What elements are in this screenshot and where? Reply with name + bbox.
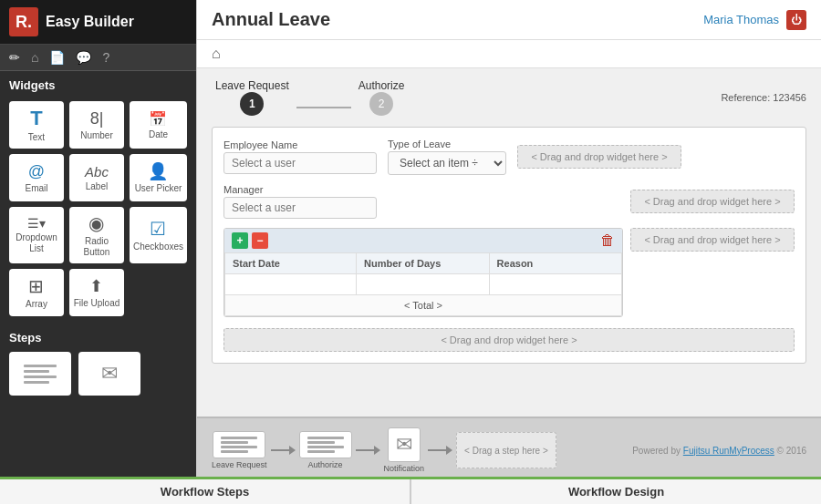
- arrow-head-3: [446, 446, 452, 455]
- widget-dropdown[interactable]: ☰▾ Dropdown List: [9, 207, 64, 263]
- table-cell-days[interactable]: [356, 274, 489, 295]
- wf-line-2: [221, 441, 248, 444]
- power-icon: ⏻: [791, 14, 802, 26]
- table-delete-icon[interactable]: 🗑: [600, 232, 615, 249]
- date-widget-icon: 📅: [149, 110, 167, 128]
- steps-section-title: Steps: [9, 327, 187, 348]
- num-days-input[interactable]: [364, 279, 482, 290]
- arrow-line-1: [271, 449, 289, 451]
- widget-checkboxes[interactable]: ☑ Checkboxes: [130, 207, 187, 263]
- bottom-labels: Workflow Steps Workflow Design: [0, 477, 821, 504]
- form-row-2: Manager < Drag and drop widget here >: [223, 184, 795, 219]
- reason-input[interactable]: [497, 279, 614, 290]
- step-line-2: [24, 370, 49, 373]
- drag-drop-3: < Drag and drop widget here >: [630, 228, 795, 252]
- step-connector-line: [296, 107, 351, 108]
- home-nav-icon[interactable]: ⌂: [31, 50, 38, 65]
- step-line-1: [24, 365, 57, 367]
- content-header: Annual Leave Maria Thomas ⏻: [197, 0, 821, 40]
- widget-label[interactable]: Abc Label: [69, 154, 124, 201]
- form-step-thumb: [17, 359, 63, 388]
- right-drag-drops: < Drag and drop widget here >: [630, 228, 795, 252]
- wf-line-1: [221, 437, 257, 439]
- workflow-steps-left: Leave Request 1 Authorize 2: [212, 79, 408, 116]
- type-of-leave-field: Type of Leave Select an item ÷: [388, 139, 506, 175]
- drag-drop-2: < Drag and drop widget here >: [630, 190, 795, 213]
- form-step-lines: [24, 365, 57, 384]
- drag-step-placeholder: < Drag a step here >: [456, 432, 556, 468]
- workflow-steps-bar: Leave Request 1 Authorize 2 Reference: 1…: [212, 79, 806, 116]
- table-total: < Total >: [224, 295, 622, 316]
- table-row: [225, 274, 622, 295]
- notification-step-thumb: ✉: [87, 359, 132, 388]
- col-number-days: Number of Days: [356, 253, 489, 274]
- table-actions: + −: [232, 232, 268, 249]
- widget-date[interactable]: 📅 Date: [130, 101, 187, 149]
- type-of-leave-select[interactable]: Select an item ÷: [388, 151, 506, 175]
- start-date-input[interactable]: [233, 279, 348, 290]
- col-reason: Reason: [489, 253, 621, 274]
- table-container: + − 🗑 Start Date Number: [223, 228, 623, 324]
- table-cell-reason[interactable]: [489, 274, 621, 295]
- form-row-1: Employee Name Type of Leave Select an it…: [223, 139, 795, 175]
- widget-file-upload[interactable]: ⬆ File Upload: [69, 269, 124, 316]
- table-remove-button[interactable]: −: [252, 232, 268, 249]
- app-logo: R.: [9, 7, 38, 36]
- pencil-nav-icon[interactable]: ✏: [9, 50, 20, 65]
- sidebar-nav: ✏ ⌂ 📄 💬 ?: [0, 45, 196, 71]
- wf-step-lines-leave: [221, 437, 257, 453]
- widget-text[interactable]: T Text: [9, 101, 64, 149]
- page-title: Annual Leave: [212, 9, 330, 30]
- wf-label-notification: Notification: [384, 464, 425, 473]
- steps-section: Steps: [0, 322, 196, 405]
- manager-field: Manager: [223, 184, 377, 219]
- home-breadcrumb-icon[interactable]: ⌂: [212, 46, 221, 62]
- content-toolbar: ⌂: [197, 40, 821, 68]
- widget-array[interactable]: ⊞ Array: [9, 269, 64, 316]
- wf-node-notification: ✉ Notification: [384, 427, 425, 473]
- footer-text: Powered by: [632, 446, 683, 456]
- dropdown-widget-icon: ☰▾: [27, 216, 46, 231]
- power-button[interactable]: ⏻: [786, 10, 806, 30]
- notification-step-item[interactable]: ✉: [78, 352, 140, 396]
- widget-radio[interactable]: ◉ Radio Button: [69, 207, 124, 263]
- manager-input[interactable]: [223, 197, 377, 219]
- form-step-item[interactable]: [9, 352, 71, 396]
- sidebar: R. Easy Builder ✏ ⌂ 📄 💬 ? Widgets T Text: [0, 0, 196, 477]
- drag-drop-bottom: < Drag and drop widget here >: [223, 328, 795, 352]
- wf-node-box-authorize[interactable]: [299, 431, 352, 458]
- widgets-section-title: Widgets: [0, 71, 196, 96]
- file-nav-icon[interactable]: 📄: [49, 50, 65, 65]
- widget-number[interactable]: 8| Number: [69, 101, 124, 149]
- step2-label: Authorize: [359, 79, 405, 92]
- help-nav-icon[interactable]: ?: [102, 50, 109, 65]
- table-add-button[interactable]: +: [232, 232, 248, 249]
- checkboxes-widget-icon: ☑: [150, 218, 166, 240]
- user-picker-widget-label: User Picker: [135, 183, 182, 194]
- footer-link[interactable]: Fujitsu RunMyProcess: [683, 446, 774, 456]
- wf-line-a3: [307, 446, 344, 448]
- widget-email[interactable]: @ Email: [9, 154, 64, 201]
- wf-node-box-leave[interactable]: [213, 431, 265, 458]
- widget-user-picker[interactable]: 👤 User Picker: [130, 154, 187, 201]
- widgets-grid: T Text 8| Number 📅 Date @ Email: [0, 96, 196, 322]
- wf-node-leave-request: Leave Request: [212, 431, 267, 469]
- radio-widget-label: Radio Button: [73, 236, 120, 258]
- sidebar-header: R. Easy Builder: [0, 0, 196, 45]
- data-table: Start Date Number of Days Reason: [224, 252, 622, 295]
- chat-nav-icon[interactable]: 💬: [76, 50, 91, 65]
- steps-grid: ✉: [9, 348, 187, 399]
- number-widget-label: Number: [80, 130, 113, 141]
- arrow-line-2: [356, 449, 374, 451]
- table-cell-start-date[interactable]: [225, 274, 357, 295]
- arrow-head-1: [289, 446, 296, 455]
- wf-node-box-notification[interactable]: ✉: [388, 427, 421, 462]
- step2-circle: 2: [369, 92, 393, 116]
- envelope-icon: ✉: [101, 362, 118, 386]
- dropdown-widget-label: Dropdown List: [13, 232, 60, 254]
- email-widget-icon: @: [28, 162, 45, 181]
- content-body: Leave Request 1 Authorize 2 Reference: 1…: [197, 68, 821, 417]
- employee-name-input[interactable]: [223, 152, 377, 174]
- wf-node-authorize: Authorize: [299, 431, 352, 469]
- wf-line-a2: [307, 441, 335, 444]
